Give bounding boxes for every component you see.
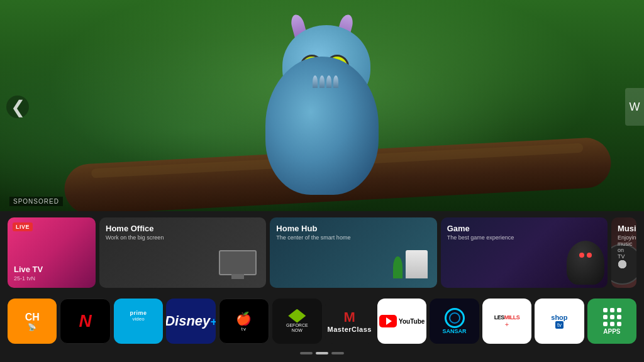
- apps-row: CH 📡 N prime video 〜 Disney+ 🍎: [0, 293, 644, 349]
- app-lesmills[interactable]: LESMILLS +: [482, 299, 531, 344]
- apple-tv-logo: 🍎 tv: [236, 311, 252, 332]
- geforce-text: GEFORCENOW: [286, 323, 308, 334]
- sansar-inner-circle: [449, 312, 460, 324]
- card-game-sub: The best game experience: [447, 234, 601, 241]
- app-ch[interactable]: CH 📡: [8, 299, 57, 344]
- apple-icon: 🍎: [236, 311, 252, 326]
- app-youtube[interactable]: YouTube: [377, 299, 426, 344]
- youtube-text: YouTube: [399, 318, 425, 325]
- card-home-office[interactable]: Home Office Work on the big screen: [99, 217, 266, 288]
- app-masterclass[interactable]: M MasterClass: [325, 299, 374, 344]
- scroll-dot-1: [300, 352, 313, 354]
- card-music-title: Music: [618, 224, 630, 233]
- card-home-hub-title: Home Hub: [276, 224, 430, 233]
- nvidia-icon: [288, 309, 306, 323]
- scroll-dot-3: [331, 352, 344, 354]
- card-home-hub-sub: The center of the smart home: [276, 234, 430, 241]
- card-home-office-sub: Work on the big screen: [106, 234, 260, 241]
- bottom-sheet: LIVE Live TV 25-1 tvN Home Office Work o…: [0, 211, 644, 362]
- youtube-logo: YouTube: [379, 315, 425, 327]
- appletv-text: tv: [242, 326, 247, 332]
- live-badge: LIVE: [13, 222, 33, 231]
- sponsored-badge: SPONSORED: [9, 197, 63, 206]
- ch-text: CH: [25, 312, 40, 323]
- app-prime-video[interactable]: prime video 〜: [114, 299, 163, 344]
- mc-letter: M: [344, 309, 355, 326]
- hero-next-panel[interactable]: W: [625, 88, 644, 126]
- app-disney-plus[interactable]: Disney+: [166, 299, 215, 344]
- prime-text: prime: [130, 310, 147, 316]
- ch-logo: CH 📡: [25, 312, 40, 331]
- sansar-text: SANSAR: [443, 328, 467, 334]
- plant-decoration: [393, 256, 402, 278]
- masterclass-logo: M MasterClass: [328, 309, 372, 333]
- dragon-spikes: [313, 75, 338, 88]
- ch-wifi-icon: 📡: [28, 323, 36, 331]
- sansar-circle-icon: [445, 308, 465, 328]
- scroll-indicator: [0, 349, 644, 356]
- monitor-decoration: [219, 250, 257, 275]
- disney-d: Disney+: [166, 313, 215, 329]
- app-shoptv[interactable]: shop tv: [535, 299, 584, 344]
- app-geforce-now[interactable]: GEFORCENOW: [272, 299, 321, 344]
- hero-arrow-left[interactable]: ❮: [6, 96, 29, 118]
- app-sansar[interactable]: SANSAR: [430, 299, 479, 344]
- app-netflix[interactable]: N: [60, 299, 110, 344]
- card-live-tv[interactable]: LIVE Live TV 25-1 tvN: [8, 217, 96, 288]
- card-home-office-title: Home Office: [106, 224, 260, 233]
- card-game[interactable]: Game The best game experience: [441, 217, 608, 288]
- youtube-play-icon: [379, 315, 397, 327]
- card-music[interactable]: Music Enjoying music on TV: [611, 217, 636, 288]
- apps-grid-icon: [603, 308, 621, 326]
- tv-box: tv: [555, 321, 564, 329]
- hero-banner: ❮ W SPONSORED: [0, 0, 644, 214]
- scroll-dot-2: [316, 352, 328, 354]
- disney-logo: Disney+: [166, 314, 215, 328]
- prime-logo: prime video 〜: [130, 310, 147, 332]
- hero-right-label: W: [630, 101, 640, 114]
- netflix-logo: N: [79, 311, 92, 331]
- shop-text: shop: [551, 314, 567, 321]
- apps-label: APPS: [603, 328, 620, 335]
- card-home-hub[interactable]: Home Hub The center of the smart home: [270, 217, 436, 288]
- card-game-title: Game: [447, 224, 601, 233]
- cards-row: LIVE Live TV 25-1 tvN Home Office Work o…: [0, 211, 644, 293]
- app-apps[interactable]: APPS: [587, 299, 636, 344]
- lesmills-logo: LESMILLS +: [494, 314, 520, 328]
- game-figure: [567, 241, 604, 285]
- card-live-tv-sub: 25-1 tvN: [14, 275, 89, 282]
- card-live-tv-title: Live TV: [14, 265, 89, 274]
- card-music-sub: Enjoying music on TV: [618, 234, 630, 260]
- game-eyes: [579, 253, 595, 258]
- app-apple-tv[interactable]: 🍎 tv: [219, 299, 269, 344]
- youtube-triangle: [386, 317, 392, 325]
- geforce-logo: GEFORCENOW: [286, 309, 308, 334]
- lesmills-plus: +: [494, 321, 520, 328]
- shoptv-logo: shop tv: [551, 314, 567, 329]
- mc-text: MasterClass: [328, 326, 372, 333]
- prime-arrow-icon: 〜: [130, 322, 147, 332]
- prime-sub: video: [130, 316, 147, 322]
- chair-decoration: [406, 250, 428, 278]
- lesmills-text: LESMILLS: [494, 314, 520, 321]
